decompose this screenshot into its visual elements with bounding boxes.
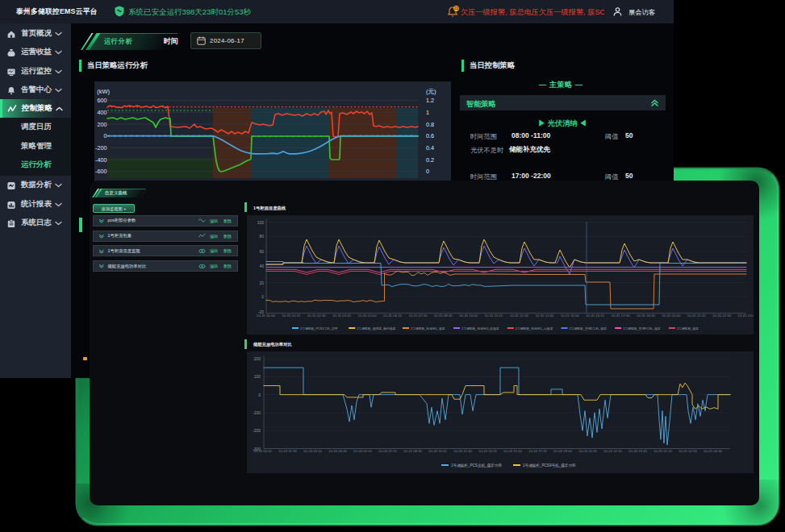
svg-text:10-31 23:45: 10-31 23:45 — [738, 314, 754, 318]
svg-text:10-25 01:20: 10-25 01:20 — [653, 449, 673, 453]
svg-text:1号储能柜_PCS1号机_功率: 1号储能柜_PCS1号机_功率 — [300, 326, 338, 330]
svg-text:0.4: 0.4 — [426, 144, 434, 152]
svg-text:-200: -200 — [253, 428, 261, 433]
svg-text:80: 80 — [259, 234, 264, 239]
svg-text:10-31 05:00: 10-31 05:00 — [358, 314, 378, 318]
svg-text:1号储能柜_PCS总机_撬装功率: 1号储能柜_PCS总机_撬装功率 — [451, 463, 502, 468]
svg-text:10-31 22:30: 10-31 22:30 — [712, 314, 732, 318]
svg-text:10-31 03:45: 10-31 03:45 — [332, 314, 352, 318]
svg-text:10-31 08:45: 10-31 08:45 — [434, 314, 453, 318]
svg-text:10-31 20:00: 10-31 20:00 — [662, 314, 681, 318]
svg-text:10-24 19:00: 10-24 19:00 — [553, 449, 573, 453]
svg-text:10-24 14:15: 10-24 14:15 — [478, 449, 498, 453]
svg-text:(元): (元) — [426, 88, 436, 95]
svg-text:10-31 12:30: 10-31 12:30 — [510, 314, 529, 318]
svg-text:10-31 06:15: 10-31 06:15 — [383, 314, 403, 318]
svg-text:10-31 18:45: 10-31 18:45 — [637, 314, 656, 318]
svg-text:10-24 09:30: 10-24 09:30 — [403, 449, 423, 453]
svg-text:10-24 11:05: 10-24 11:05 — [428, 449, 447, 453]
svg-text:1号储能柜_电池笱3_低温度: 1号储能柜_电池笱3_低温度 — [461, 326, 499, 330]
svg-text:10-31 07:30: 10-31 07:30 — [408, 314, 428, 318]
svg-text:10-31 16:15: 10-31 16:15 — [586, 314, 605, 318]
svg-text:(kW): (kW) — [97, 88, 110, 95]
svg-text:10-31 02:30: 10-31 02:30 — [307, 314, 327, 318]
svg-text:60: 60 — [259, 249, 264, 254]
svg-text:0: 0 — [261, 294, 264, 299]
svg-text:-600: -600 — [95, 168, 106, 175]
svg-text:200: 200 — [98, 121, 107, 128]
svg-text:200: 200 — [254, 356, 261, 361]
svg-text:10-31 13:45: 10-31 13:45 — [535, 314, 554, 318]
svg-text:-200: -200 — [95, 144, 106, 152]
svg-text:10-24 20:35: 10-24 20:35 — [578, 449, 598, 453]
svg-text:10-24 07:55: 10-24 07:55 — [378, 449, 398, 453]
svg-text:100: 100 — [257, 220, 265, 225]
svg-text:10-31 00:00: 10-31 00:00 — [257, 314, 276, 318]
svg-text:40: 40 — [259, 264, 264, 268]
svg-text:10-24 00:00: 10-24 00:00 — [253, 449, 273, 453]
svg-text:10-31 01:15: 10-31 01:15 — [282, 314, 301, 318]
svg-text:600: 600 — [98, 97, 107, 104]
svg-text:10-24 04:45: 10-24 04:45 — [328, 449, 348, 453]
svg-text:-400: -400 — [95, 156, 106, 164]
svg-text:0.2: 0.2 — [426, 156, 434, 164]
svg-text:10-31 10:00: 10-31 10:00 — [459, 314, 478, 318]
svg-text:10-24 03:10: 10-24 03:10 — [303, 449, 323, 453]
svg-text:1号储能柜_电池笱5_高温度: 1号储能柜_电池笱5_高温度 — [516, 326, 553, 330]
svg-text:1号储能柜_空调1号机_温度: 1号储能柜_空调1号机_温度 — [570, 326, 608, 330]
svg-text:1号储能柜_温度: 1号储能柜_温度 — [677, 326, 699, 330]
svg-text:100: 100 — [254, 374, 261, 379]
svg-text:-100: -100 — [253, 410, 261, 415]
svg-text:0: 0 — [104, 132, 107, 139]
svg-text:10-24 23:45: 10-24 23:45 — [628, 449, 648, 453]
svg-text:1号储能柜_温湿度_舱内温度: 1号储能柜_温湿度_舱内温度 — [357, 326, 395, 330]
svg-text:0.8: 0.8 — [426, 121, 434, 128]
svg-text:10-25 04:30: 10-25 04:30 — [704, 449, 723, 453]
svg-text:1号储能柜_电池笱1_温度: 1号储能柜_电池笱1_温度 — [411, 326, 445, 330]
svg-text:23: 23 — [454, 6, 459, 10]
svg-text:10-24 01:35: 10-24 01:35 — [278, 449, 298, 453]
svg-text:10-24 15:50: 10-24 15:50 — [503, 449, 523, 453]
svg-text:10-25 02:55: 10-25 02:55 — [679, 449, 698, 453]
svg-text:1号储能柜_空调9号机_温度: 1号储能柜_空调9号机_温度 — [623, 326, 661, 330]
svg-text:20: 20 — [259, 281, 264, 285]
svg-text:10-24 12:40: 10-24 12:40 — [453, 449, 473, 453]
svg-text:10-31 15:00: 10-31 15:00 — [561, 314, 580, 318]
svg-text:1: 1 — [426, 109, 429, 116]
svg-text:10-24 06:20: 10-24 06:20 — [353, 449, 373, 453]
svg-text:0: 0 — [426, 168, 429, 175]
svg-text:10-31 21:15: 10-31 21:15 — [687, 314, 707, 318]
svg-text:10-31 11:15: 10-31 11:15 — [485, 314, 503, 318]
svg-text:1.2: 1.2 — [426, 97, 434, 104]
svg-text:400: 400 — [98, 109, 107, 116]
svg-text:0.6: 0.6 — [426, 132, 434, 139]
svg-text:0: 0 — [258, 393, 261, 397]
svg-text:10-24 22:10: 10-24 22:10 — [603, 449, 623, 453]
svg-text:10-31 17:30: 10-31 17:30 — [612, 314, 631, 318]
svg-text:10-24 17:25: 10-24 17:25 — [528, 449, 548, 453]
svg-text:1号储能柜_PCS9号机_撬装功率: 1号储能柜_PCS9号机_撬装功率 — [523, 463, 576, 468]
